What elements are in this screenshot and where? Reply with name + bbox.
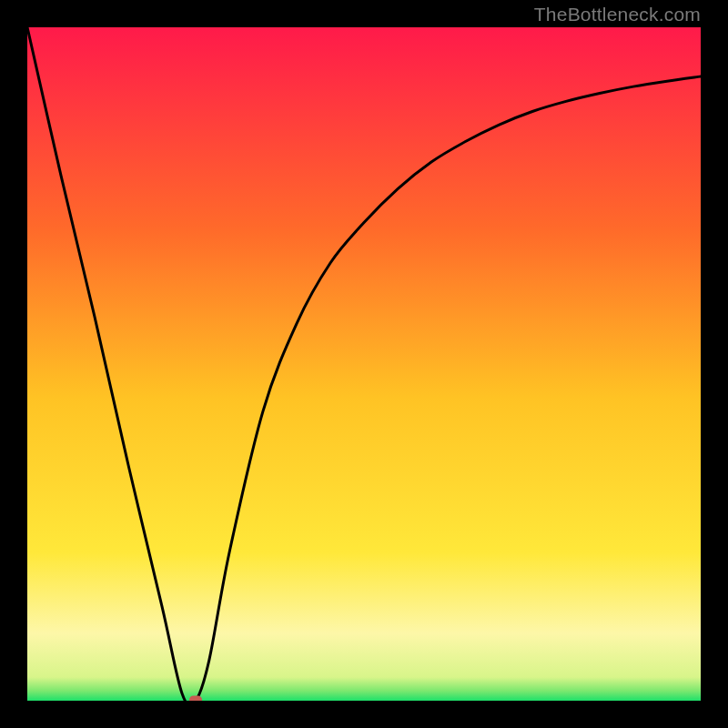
plot-area: [27, 27, 701, 701]
marker-dot: [189, 696, 202, 702]
chart-frame: TheBottleneck.com: [0, 0, 728, 728]
attribution-label: TheBottleneck.com: [534, 4, 701, 25]
curve-path: [27, 27, 701, 701]
curve-layer: [27, 27, 701, 701]
